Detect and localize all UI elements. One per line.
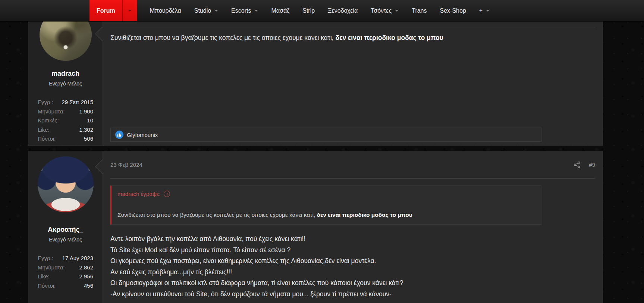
chevron-down-icon — [128, 10, 132, 12]
like-thumb-icon — [115, 131, 123, 139]
user-stats: Εγγρ.: 17 Αυγ 2023 Μηνύματα: 2.862 Like:… — [38, 254, 93, 290]
user-cell: madrach Ενεργό Μέλος Εγγρ.: 29 Σεπ 2015 … — [28, 0, 103, 145]
nav-item-label: Sex-Shop — [440, 7, 466, 14]
post-content: 23 Φεβ 2024 #9 madrach έγραψε: ↑ — [103, 151, 603, 303]
post-akroatis: Ακροατής_ Ενεργό Μέλος Εγγρ.: 17 Αυγ 202… — [28, 151, 603, 303]
stat-row: Μηνύματα: 2.862 — [38, 263, 93, 272]
post-text-regular: Συνιθιζεται στο μπου να βγαζουμε τις κοπ… — [110, 34, 336, 41]
nav-item-label: Studio — [194, 7, 211, 14]
quote-text-regular: Συνιθιζεται στο μπου να βγαζουμε τις κοπ… — [117, 212, 317, 218]
arrow-up-circle-icon[interactable]: ↑ — [164, 191, 170, 197]
stat-label: Like: — [38, 125, 50, 135]
post-header: 23 Φεβ 2024 #9 — [110, 151, 595, 179]
post-text: Αντε λοιπόν βγάλε τήν κοπέλα από Λιθουαν… — [110, 234, 595, 300]
post-text-line: Αν εσύ έχεις πρόβλημα...μήν τίς βλέπεις!… — [110, 267, 595, 278]
thread-posts: madrach Ενεργό Μέλος Εγγρ.: 29 Σεπ 2015 … — [28, 0, 603, 303]
post-text-line: -Αν κρίνουν οι υπεύθυνοι τού Site, ότι δ… — [110, 289, 595, 300]
stat-row: Like: 2.956 — [38, 272, 93, 281]
post-text-line: Οι γκόμενες πού έχω ποστάρει, είναι καθη… — [110, 256, 595, 267]
user-title: Ενεργό Μέλος — [28, 237, 103, 243]
stat-value: 17 Αυγ 2023 — [62, 254, 93, 263]
user-title: Ενεργό Μέλος — [28, 81, 103, 87]
stat-label: Κριτικές: — [38, 116, 59, 125]
quote-block: madrach έγραψε: ↑ Συνιθιζεται στο μπου ν… — [110, 185, 541, 225]
avatar[interactable] — [38, 156, 94, 212]
nav-item-strip[interactable]: Strip — [302, 0, 315, 21]
stat-row: Πόντοι: 506 — [38, 134, 93, 144]
stat-value: 1.900 — [79, 107, 93, 116]
stat-label: Πόντοι: — [38, 281, 56, 291]
post-header-actions: #9 — [574, 161, 595, 168]
post-text-line: Τό Site έχει Mod καί δέν μού είπαν τίποτ… — [110, 245, 595, 256]
chevron-down-icon — [486, 10, 490, 12]
post-madrach: madrach Ενεργό Μέλος Εγγρ.: 29 Σεπ 2015 … — [28, 0, 603, 146]
username-link[interactable]: madrach — [28, 70, 103, 78]
stat-label: Πόντοι: — [38, 134, 56, 144]
stat-label: Μηνύματα: — [38, 263, 65, 272]
chevron-down-icon — [254, 10, 258, 12]
nav-item-escorts[interactable]: Escorts — [231, 0, 258, 21]
post-number-link[interactable]: #9 — [589, 162, 595, 168]
stat-row: Εγγρ.: 17 Αυγ 2023 — [38, 254, 93, 263]
reactions-users[interactable]: Glyfomounix — [127, 132, 158, 138]
nav-item-label: Ξενοδοχεία — [328, 7, 358, 14]
post-date[interactable]: 23 Φεβ 2024 — [110, 162, 142, 168]
nav-item-label: Strip — [302, 7, 315, 14]
post-text-line: Αντε λοιπόν βγάλε τήν κοπέλα από Λιθουαν… — [110, 234, 595, 245]
post-text-bold: δεν ειναι περιοδικο μοδας το μπου — [336, 34, 443, 41]
nav-forum-dropdown[interactable] — [123, 10, 137, 12]
stat-row: Like: 1.302 — [38, 125, 93, 135]
nav-item-forum-active[interactable]: Forum — [89, 0, 137, 21]
stat-row: Κριτικές: 10 — [38, 116, 93, 125]
nav-item-studio[interactable]: Studio — [194, 0, 218, 21]
nav-item-sexshop[interactable]: Sex-Shop — [440, 0, 466, 21]
quote-text-bold: δεν ειναι περιοδικο μοδας το μπου — [317, 212, 412, 218]
post-content: Συνιθιζεται στο μπου να βγαζουμε τις κοπ… — [103, 0, 603, 145]
stat-label: Εγγρ.: — [38, 254, 53, 263]
stat-value: 506 — [84, 134, 93, 144]
main-nav: Forum Μπουρδέλα Studio Escorts Μασάζ Str… — [0, 0, 644, 21]
username-link[interactable]: Ακροατής_ — [28, 226, 103, 234]
chevron-down-icon — [214, 10, 218, 12]
stat-value: 29 Σεπ 2015 — [62, 98, 93, 107]
nav-item-bourdela[interactable]: Μπουρδέλα — [150, 0, 181, 21]
reactions-bar[interactable]: Glyfomounix — [110, 128, 541, 142]
quote-text: Συνιθιζεται στο μπου να βγαζουμε τις κοπ… — [117, 211, 535, 219]
post-text-line: Οι δημοσιογράφοι οι πολιτικοί κτλ στά δι… — [110, 278, 595, 289]
nav-item-label: + — [479, 7, 483, 14]
stat-value: 2.862 — [79, 263, 93, 272]
stat-value: 1.302 — [79, 125, 93, 135]
nav-item-trans[interactable]: Trans — [412, 0, 427, 21]
stat-label: Like: — [38, 272, 50, 281]
nav-item-label: Trans — [412, 7, 427, 14]
user-cell: Ακροατής_ Ενεργό Μέλος Εγγρ.: 17 Αυγ 202… — [28, 151, 103, 303]
stat-value: 456 — [84, 281, 93, 291]
stat-value: 10 — [87, 116, 93, 125]
stat-label: Μηνύματα: — [38, 107, 65, 116]
stat-label: Εγγρ.: — [38, 98, 53, 107]
stat-value: 2.956 — [79, 272, 93, 281]
stat-row: Μηνύματα: 1.900 — [38, 107, 93, 116]
nav-forum-label[interactable]: Forum — [89, 7, 122, 14]
quote-attribution[interactable]: madrach έγραψε: ↑ — [117, 191, 170, 197]
quote-attribution-text[interactable]: madrach έγραψε: — [117, 191, 160, 197]
nav-item-label: Τσόντες — [371, 7, 392, 14]
nav-item-tsontes[interactable]: Τσόντες — [371, 0, 399, 21]
stat-row: Πόντοι: 456 — [38, 281, 93, 291]
chevron-down-icon — [395, 10, 399, 12]
user-stats: Εγγρ.: 29 Σεπ 2015 Μηνύματα: 1.900 Κριτι… — [38, 98, 93, 144]
nav-item-xenodoxeia[interactable]: Ξενοδοχεία — [328, 0, 358, 21]
nav-item-label: Μασάζ — [271, 7, 289, 14]
post-text: Συνιθιζεται στο μπου να βγαζουμε τις κοπ… — [110, 28, 595, 42]
nav-item-masaz[interactable]: Μασάζ — [271, 0, 289, 21]
stat-row: Εγγρ.: 29 Σεπ 2015 — [38, 98, 93, 107]
share-icon[interactable] — [574, 161, 581, 168]
nav-item-more[interactable]: + — [479, 0, 490, 21]
nav-item-label: Μπουρδέλα — [150, 7, 181, 14]
nav-item-label: Escorts — [231, 7, 251, 14]
